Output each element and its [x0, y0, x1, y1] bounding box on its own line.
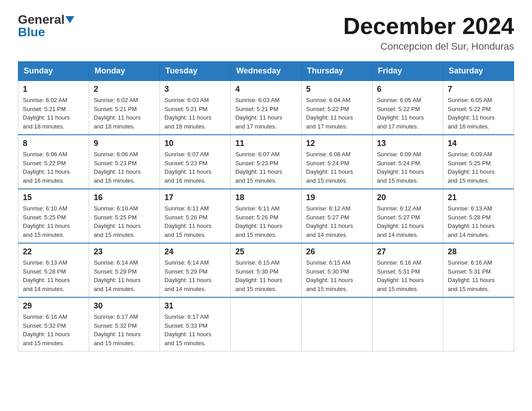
calendar-cell: 23Sunrise: 6:14 AMSunset: 5:29 PMDayligh… — [89, 243, 160, 297]
weekday-header-wednesday: Wednesday — [231, 62, 301, 81]
calendar-cell: 12Sunrise: 6:08 AMSunset: 5:24 PMDayligh… — [301, 135, 372, 189]
day-info: Sunrise: 6:09 AMSunset: 5:25 PMDaylight:… — [448, 150, 509, 185]
weekday-header-thursday: Thursday — [301, 62, 372, 81]
weekday-header-saturday: Saturday — [443, 62, 514, 81]
calendar-cell: 18Sunrise: 6:11 AMSunset: 5:26 PMDayligh… — [231, 189, 301, 243]
calendar-cell: 10Sunrise: 6:07 AMSunset: 5:23 PMDayligh… — [160, 135, 231, 189]
week-row-4: 22Sunrise: 6:13 AMSunset: 5:28 PMDayligh… — [18, 243, 514, 297]
calendar-cell: 17Sunrise: 6:11 AMSunset: 5:26 PMDayligh… — [160, 189, 231, 243]
day-number: 31 — [164, 301, 226, 311]
day-number: 18 — [235, 193, 296, 202]
week-row-5: 29Sunrise: 6:16 AMSunset: 5:32 PMDayligh… — [18, 297, 514, 351]
day-number: 27 — [377, 247, 438, 257]
day-info: Sunrise: 6:12 AMSunset: 5:27 PMDaylight:… — [377, 204, 438, 239]
calendar-cell: 29Sunrise: 6:16 AMSunset: 5:32 PMDayligh… — [18, 297, 89, 351]
calendar-cell — [443, 297, 514, 351]
day-info: Sunrise: 6:03 AMSunset: 5:21 PMDaylight:… — [164, 96, 226, 131]
week-row-2: 8Sunrise: 6:06 AMSunset: 5:22 PMDaylight… — [18, 135, 514, 189]
day-info: Sunrise: 6:05 AMSunset: 5:22 PMDaylight:… — [448, 96, 509, 131]
calendar-cell: 25Sunrise: 6:15 AMSunset: 5:30 PMDayligh… — [231, 243, 301, 297]
day-info: Sunrise: 6:17 AMSunset: 5:33 PMDaylight:… — [164, 313, 226, 347]
calendar-cell: 9Sunrise: 6:06 AMSunset: 5:23 PMDaylight… — [89, 135, 160, 189]
logo-triangle-icon — [65, 16, 74, 23]
day-number: 6 — [377, 85, 438, 94]
day-number: 3 — [164, 85, 226, 94]
day-info: Sunrise: 6:17 AMSunset: 5:32 PMDaylight:… — [94, 313, 155, 347]
day-info: Sunrise: 6:11 AMSunset: 5:26 PMDaylight:… — [164, 204, 226, 239]
day-info: Sunrise: 6:06 AMSunset: 5:22 PMDaylight:… — [23, 150, 84, 185]
day-info: Sunrise: 6:13 AMSunset: 5:28 PMDaylight:… — [23, 258, 84, 293]
day-number: 13 — [377, 139, 438, 148]
weekday-header-monday: Monday — [89, 62, 160, 81]
calendar-cell: 16Sunrise: 6:10 AMSunset: 5:25 PMDayligh… — [89, 189, 160, 243]
page-header: General Blue December 2024 Concepcion de… — [18, 13, 514, 52]
weekday-header-row: SundayMondayTuesdayWednesdayThursdayFrid… — [18, 62, 514, 81]
day-number: 8 — [23, 139, 84, 148]
calendar-table: SundayMondayTuesdayWednesdayThursdayFrid… — [18, 61, 514, 351]
day-info: Sunrise: 6:04 AMSunset: 5:22 PMDaylight:… — [306, 96, 368, 131]
calendar-cell: 30Sunrise: 6:17 AMSunset: 5:32 PMDayligh… — [89, 297, 160, 351]
calendar-cell: 7Sunrise: 6:05 AMSunset: 5:22 PMDaylight… — [443, 81, 514, 135]
calendar-cell: 1Sunrise: 6:02 AMSunset: 5:21 PMDaylight… — [18, 81, 89, 135]
month-title: December 2024 — [343, 13, 514, 39]
calendar-cell: 5Sunrise: 6:04 AMSunset: 5:22 PMDaylight… — [301, 81, 372, 135]
day-number: 5 — [306, 85, 368, 94]
day-info: Sunrise: 6:15 AMSunset: 5:30 PMDaylight:… — [306, 258, 368, 293]
calendar-cell: 15Sunrise: 6:10 AMSunset: 5:25 PMDayligh… — [18, 189, 89, 243]
day-number: 2 — [94, 85, 155, 94]
calendar-cell — [231, 297, 301, 351]
day-info: Sunrise: 6:05 AMSunset: 5:22 PMDaylight:… — [377, 96, 438, 131]
calendar-cell: 19Sunrise: 6:12 AMSunset: 5:27 PMDayligh… — [301, 189, 372, 243]
calendar-cell: 14Sunrise: 6:09 AMSunset: 5:25 PMDayligh… — [443, 135, 514, 189]
calendar-cell: 13Sunrise: 6:09 AMSunset: 5:24 PMDayligh… — [372, 135, 443, 189]
title-area: December 2024 Concepcion del Sur, Hondur… — [343, 13, 514, 52]
day-number: 25 — [235, 247, 296, 257]
calendar-cell: 27Sunrise: 6:16 AMSunset: 5:31 PMDayligh… — [372, 243, 443, 297]
calendar-cell — [301, 297, 372, 351]
day-number: 15 — [23, 193, 84, 202]
day-number: 10 — [164, 139, 226, 148]
calendar-cell: 28Sunrise: 6:16 AMSunset: 5:31 PMDayligh… — [443, 243, 514, 297]
day-number: 20 — [377, 193, 438, 202]
day-info: Sunrise: 6:03 AMSunset: 5:21 PMDaylight:… — [235, 96, 296, 131]
day-number: 30 — [94, 301, 155, 311]
calendar-cell: 21Sunrise: 6:13 AMSunset: 5:28 PMDayligh… — [443, 189, 514, 243]
day-info: Sunrise: 6:11 AMSunset: 5:26 PMDaylight:… — [235, 204, 296, 239]
day-info: Sunrise: 6:02 AMSunset: 5:21 PMDaylight:… — [23, 96, 84, 131]
calendar-cell — [372, 297, 443, 351]
weekday-header-tuesday: Tuesday — [160, 62, 231, 81]
day-info: Sunrise: 6:15 AMSunset: 5:30 PMDaylight:… — [235, 258, 296, 293]
day-info: Sunrise: 6:02 AMSunset: 5:21 PMDaylight:… — [94, 96, 155, 131]
day-number: 11 — [235, 139, 296, 148]
day-number: 28 — [448, 247, 509, 257]
day-info: Sunrise: 6:08 AMSunset: 5:24 PMDaylight:… — [306, 150, 368, 185]
logo: General Blue — [18, 13, 74, 39]
day-number: 16 — [94, 193, 155, 202]
day-number: 19 — [306, 193, 368, 202]
calendar-cell: 2Sunrise: 6:02 AMSunset: 5:21 PMDaylight… — [89, 81, 160, 135]
calendar-cell: 24Sunrise: 6:14 AMSunset: 5:29 PMDayligh… — [160, 243, 231, 297]
weekday-header-sunday: Sunday — [18, 62, 89, 81]
day-info: Sunrise: 6:07 AMSunset: 5:23 PMDaylight:… — [235, 150, 296, 185]
day-number: 7 — [448, 85, 509, 94]
calendar-cell: 11Sunrise: 6:07 AMSunset: 5:23 PMDayligh… — [231, 135, 301, 189]
day-number: 17 — [164, 193, 226, 202]
day-info: Sunrise: 6:14 AMSunset: 5:29 PMDaylight:… — [94, 258, 155, 293]
day-info: Sunrise: 6:16 AMSunset: 5:31 PMDaylight:… — [377, 258, 438, 293]
day-number: 12 — [306, 139, 368, 148]
day-number: 4 — [235, 85, 296, 94]
calendar-cell: 22Sunrise: 6:13 AMSunset: 5:28 PMDayligh… — [18, 243, 89, 297]
day-number: 24 — [164, 247, 226, 257]
day-info: Sunrise: 6:16 AMSunset: 5:32 PMDaylight:… — [23, 313, 84, 347]
day-number: 29 — [23, 301, 84, 311]
day-number: 9 — [94, 139, 155, 148]
day-info: Sunrise: 6:16 AMSunset: 5:31 PMDaylight:… — [448, 258, 509, 293]
day-number: 21 — [448, 193, 509, 202]
day-number: 26 — [306, 247, 368, 257]
calendar-cell: 4Sunrise: 6:03 AMSunset: 5:21 PMDaylight… — [231, 81, 301, 135]
day-info: Sunrise: 6:10 AMSunset: 5:25 PMDaylight:… — [94, 204, 155, 239]
calendar-cell: 26Sunrise: 6:15 AMSunset: 5:30 PMDayligh… — [301, 243, 372, 297]
weekday-header-friday: Friday — [372, 62, 443, 81]
logo-general: General — [18, 13, 64, 26]
week-row-1: 1Sunrise: 6:02 AMSunset: 5:21 PMDaylight… — [18, 81, 514, 135]
